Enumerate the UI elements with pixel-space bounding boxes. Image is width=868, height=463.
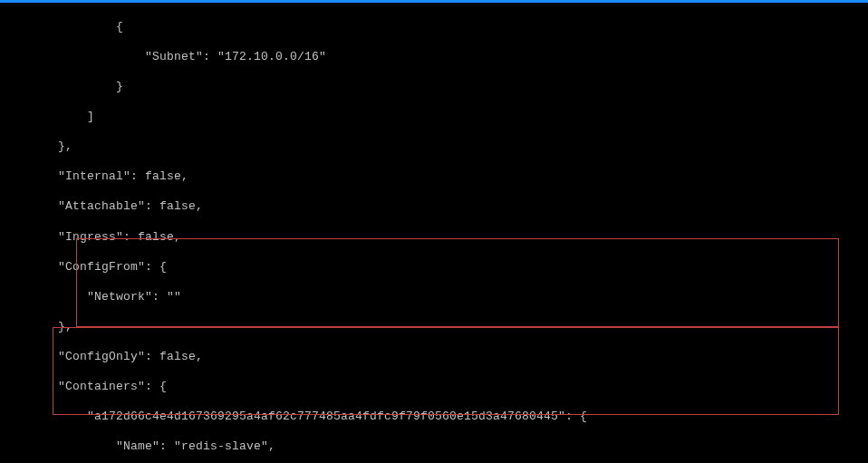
- code-line: },: [0, 320, 868, 335]
- terminal-output[interactable]: { "Subnet": "172.10.0.0/16" } ] }, "Inte…: [0, 3, 868, 463]
- code-line: "Network": "": [0, 290, 868, 305]
- code-line: "ConfigFrom": {: [0, 260, 868, 275]
- code-line: {: [0, 20, 868, 35]
- code-line: "Name": "redis-slave",: [0, 439, 868, 455]
- code-line: }: [0, 80, 868, 95]
- code-line: },: [0, 140, 868, 155]
- highlight-box-master: [53, 327, 839, 415]
- code-line: "Ingress": false,: [0, 230, 868, 246]
- highlight-box-slave: [76, 238, 839, 327]
- code-line: "Attachable": false,: [0, 199, 868, 215]
- code-line: "ConfigOnly": false,: [0, 350, 868, 365]
- code-line: ]: [0, 110, 868, 125]
- code-line: "a172d66c4e4d167369295a4af62c777485aa4fd…: [0, 410, 868, 425]
- code-line: "Containers": {: [0, 380, 868, 395]
- code-line: "Subnet": "172.10.0.0/16": [0, 50, 868, 65]
- code-line: "Internal": false,: [0, 169, 868, 185]
